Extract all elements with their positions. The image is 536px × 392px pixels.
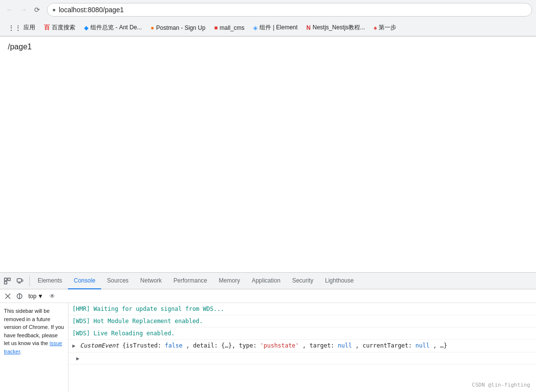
tab-console[interactable]: Console xyxy=(68,273,101,289)
devtools-tabbar: Elements Console Sources Network Perform… xyxy=(0,273,536,289)
url-text: localhost:8080/page1 xyxy=(59,6,124,14)
devtools-icon-group xyxy=(2,276,30,286)
dropdown-arrow-icon: ▼ xyxy=(38,293,43,300)
reload-button[interactable]: ⟳ xyxy=(31,4,43,16)
console-messages-area: [HMR] Waiting for update signal from WDS… xyxy=(68,303,536,392)
nav-buttons: ← → ⟳ xyxy=(4,4,43,16)
postman-label: Postman - Sign Up xyxy=(156,24,206,31)
console-message-4[interactable]: ▶ xyxy=(68,352,536,365)
expand-arrow-2-icon[interactable]: ▶ xyxy=(76,355,80,363)
customevent-target: , target: xyxy=(302,342,338,349)
browser-toolbar: ← → ⟳ ● localhost:8080/page1 xyxy=(0,0,536,20)
antd-bookmark[interactable]: ◆ 组件总览 - Ant De... xyxy=(80,22,146,33)
customevent-rest: , …} xyxy=(433,342,447,349)
eye-button[interactable]: 👁 xyxy=(47,291,57,301)
clear-console-button[interactable] xyxy=(3,291,13,301)
console-message-1: [WDS] Hot Module Replacement enabled. xyxy=(68,315,536,327)
baidu-bookmark[interactable]: 百 百度搜索 xyxy=(40,22,79,33)
console-input[interactable] xyxy=(59,293,533,300)
first-step-bookmark[interactable]: ♠ 第一步 xyxy=(370,22,400,33)
baidu-icon: 百 xyxy=(44,23,50,32)
bookmarks-bar: ⋮⋮ 应用 百 百度搜索 ◆ 组件总览 - Ant De... ● Postma… xyxy=(0,20,536,36)
watermark-text: CSDN @lin-fighting xyxy=(472,382,530,388)
tab-sources[interactable]: Sources xyxy=(101,273,134,289)
console-message-3[interactable]: ▶ CustomEvent {isTrusted: false , detail… xyxy=(68,340,536,352)
inspect-element-button[interactable] xyxy=(2,276,13,286)
customevent-label: CustomEvent xyxy=(80,342,123,349)
svg-rect-1 xyxy=(8,278,10,281)
console-sidebar: This sidebar will be removed in a future… xyxy=(0,303,68,392)
tab-application[interactable]: Application xyxy=(246,273,286,289)
first-step-label: 第一步 xyxy=(379,23,396,32)
security-icon: ● xyxy=(52,6,56,13)
mallcms-icon: ■ xyxy=(214,24,217,31)
first-step-icon: ♠ xyxy=(374,24,377,31)
svg-rect-4 xyxy=(22,280,23,282)
svg-rect-3 xyxy=(17,279,21,282)
page-heading: /page1 xyxy=(8,43,528,51)
tab-network[interactable]: Network xyxy=(134,273,168,289)
postman-icon: ● xyxy=(150,24,154,31)
filter-button[interactable] xyxy=(15,291,24,301)
tab-security[interactable]: Security xyxy=(286,273,319,289)
baidu-label: 百度搜索 xyxy=(52,23,75,32)
customevent-target-value: null xyxy=(338,342,352,349)
nestjs-bookmark[interactable]: N Nestjs_Nestjs教程... xyxy=(302,22,369,33)
devtools-panel: Elements Console Sources Network Perform… xyxy=(0,272,536,392)
svg-rect-0 xyxy=(4,278,7,281)
context-dropdown[interactable]: top ▼ xyxy=(26,292,45,300)
antd-label: 组件总览 - Ant De... xyxy=(90,23,142,32)
element-bookmark[interactable]: ◈ 组件 | Element xyxy=(249,22,301,33)
console-message-2: [WDS] Live Reloading enabled. xyxy=(68,327,536,340)
tab-memory[interactable]: Memory xyxy=(213,273,246,289)
sidebar-period: . xyxy=(20,348,21,354)
wds-message-2-text: [WDS] Live Reloading enabled. xyxy=(72,330,175,337)
console-toolbar: top ▼ 👁 xyxy=(0,289,536,303)
expand-arrow-icon[interactable]: ▶ xyxy=(72,342,76,350)
console-message-0: [HMR] Waiting for update signal from WDS… xyxy=(68,303,536,315)
customevent-opening-brace: {isTrusted: xyxy=(123,342,165,349)
browser-window: ← → ⟳ ● localhost:8080/page1 ⋮⋮ 应用 百 百度搜… xyxy=(0,0,536,392)
svg-rect-2 xyxy=(4,282,7,284)
console-output: This sidebar will be removed in a future… xyxy=(0,303,536,392)
customevent-currenttarget: , currentTarget: xyxy=(355,342,415,349)
back-button[interactable]: ← xyxy=(4,4,16,16)
hmr-message-text: [HMR] Waiting for update signal from WDS… xyxy=(72,305,224,312)
context-label: top xyxy=(28,293,37,300)
element-icon: ◈ xyxy=(253,24,257,31)
apps-bookmark[interactable]: ⋮⋮ 应用 xyxy=(4,22,39,33)
postman-bookmark[interactable]: ● Postman - Sign Up xyxy=(147,23,209,33)
wds-message-1-text: [WDS] Hot Module Replacement enabled. xyxy=(72,318,203,325)
customevent-istrusted: false xyxy=(165,342,182,349)
customevent-type-value: 'pushstate' xyxy=(260,342,299,349)
browser-chrome: ← → ⟳ ● localhost:8080/page1 ⋮⋮ 应用 百 百度搜… xyxy=(0,0,536,37)
forward-button[interactable]: → xyxy=(18,4,29,16)
apps-grid-icon: ⋮⋮ xyxy=(8,24,21,32)
tab-elements[interactable]: Elements xyxy=(32,273,68,289)
mallcms-bookmark[interactable]: ■ mall_cms xyxy=(210,23,248,33)
element-label: 组件 | Element xyxy=(259,23,298,32)
customevent-detail: , detail: {…}, type: xyxy=(186,342,260,349)
nestjs-label: Nestjs_Nestjs教程... xyxy=(313,23,365,32)
mallcms-label: mall_cms xyxy=(220,24,245,31)
device-toolbar-button[interactable] xyxy=(15,276,25,286)
tab-performance[interactable]: Performance xyxy=(168,273,213,289)
customevent-currenttarget-value: null xyxy=(415,342,429,349)
nestjs-icon: N xyxy=(306,24,311,31)
tab-lighthouse[interactable]: Lighthouse xyxy=(319,273,360,289)
address-bar[interactable]: ● localhost:8080/page1 xyxy=(47,3,532,17)
antd-icon: ◆ xyxy=(84,24,88,31)
apps-label: 应用 xyxy=(23,23,35,32)
